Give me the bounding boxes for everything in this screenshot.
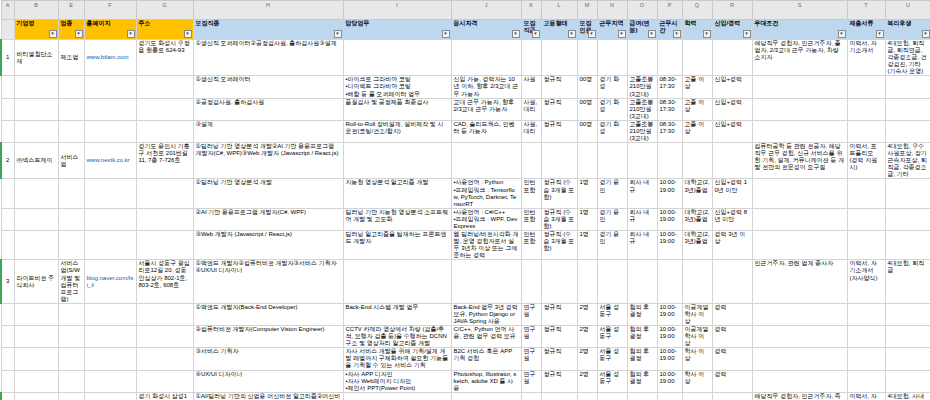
duty-cell[interactable]: 지능형 영상분석 알고리즘 개발	[343, 179, 451, 208]
qualification-cell[interactable]: 웹 딥러닝/비전시각화 개발, 운영 경험자로서 실무 3년차 이상 또는 그에…	[451, 231, 521, 260]
documents-cell[interactable]: 이력서, 포트폴리오 (경력 지원시)	[847, 143, 885, 179]
empty-cell[interactable]	[1, 208, 14, 230]
empty-cell[interactable]	[627, 392, 657, 400]
jobs-summary-cell[interactable]: ①생산직 오퍼레이터②공정검사원, 출하검사원③설계	[193, 40, 343, 76]
empty-cell[interactable]	[343, 260, 451, 303]
empty-cell[interactable]	[885, 231, 930, 260]
rank-cell[interactable]: 연구원	[521, 370, 541, 392]
rank-cell[interactable]: 연구원	[521, 303, 541, 325]
empty-cell[interactable]	[451, 260, 521, 303]
job-title-cell[interactable]: ③설계	[193, 120, 343, 142]
preferred-cell[interactable]: 해당직무 경험자, 인근거주자, 즉시 출근가능자	[752, 392, 847, 400]
column-letter[interactable]: B	[14, 1, 58, 20]
headcount-cell[interactable]: 1명	[577, 179, 597, 208]
empty-cell[interactable]	[627, 40, 657, 76]
headcount-cell[interactable]: 2명	[577, 326, 597, 348]
empty-cell[interactable]	[1, 348, 14, 370]
empty-cell[interactable]	[84, 208, 136, 230]
documents-cell[interactable]: 이력서, 자기소개서	[847, 392, 885, 400]
filter-dropdown-icon[interactable]: ▼	[75, 30, 83, 38]
salary-cell[interactable]: 고졸초봉 210만원 (3교대)	[627, 76, 657, 98]
job-title-cell[interactable]: ②컴퓨터비전 개발자(Computer Vision Engineer)	[193, 326, 343, 348]
empty-cell[interactable]	[885, 76, 930, 98]
rank-cell[interactable]: 인턴 포함	[521, 208, 541, 230]
empty-cell[interactable]	[847, 76, 885, 98]
hours-cell[interactable]: 08:30-17:30	[657, 98, 682, 120]
job-title-cell[interactable]: ①생산직 오퍼레이터	[193, 76, 343, 98]
empty-cell[interactable]	[752, 303, 847, 325]
location-cell[interactable]: 경기 용인	[597, 179, 627, 208]
column-letter[interactable]: A	[1, 1, 14, 20]
employment-type-cell[interactable]: 정규직	[541, 120, 577, 142]
empty-cell[interactable]	[136, 208, 193, 230]
empty-cell[interactable]	[343, 143, 451, 179]
empty-cell[interactable]	[541, 40, 577, 76]
filter-dropdown-icon[interactable]: ▼	[442, 30, 450, 38]
headcount-cell[interactable]: 00명	[577, 98, 597, 120]
column-header-13[interactable]: 근무시간▼	[657, 20, 682, 40]
empty-cell[interactable]	[885, 370, 930, 392]
empty-cell[interactable]	[84, 98, 136, 120]
location-cell[interactable]: 서울 성동구	[597, 370, 627, 392]
jobs-summary-cell[interactable]: ①AI/딥러닝 기반의 산업용 머신비전 알고리즘②머신비전 SW개발 / 머신…	[193, 392, 343, 400]
empty-cell[interactable]	[58, 303, 84, 325]
employment-type-cell[interactable]: 정규직	[541, 326, 577, 348]
company-name-cell[interactable]: ㈜트윔	[14, 392, 58, 400]
column-letter[interactable]: E	[58, 1, 84, 20]
empty-cell[interactable]	[577, 143, 597, 179]
empty-cell[interactable]	[847, 370, 885, 392]
rank-cell[interactable]: 사원, 대리	[521, 98, 541, 120]
location-cell[interactable]: 경기 용인	[597, 231, 627, 260]
jobs-summary-cell[interactable]: ①백엔드 개발자②컴퓨터비전 개발자③서비스 기획자④UX/UI 디자이너	[193, 260, 343, 303]
qualification-cell[interactable]: •사용언어 : C#/C++ •프레임워크 : WPF, DevExpress	[451, 208, 521, 230]
headcount-cell[interactable]: 2명	[577, 370, 597, 392]
empty-cell[interactable]	[451, 40, 521, 76]
empty-cell[interactable]	[627, 143, 657, 179]
filter-dropdown-icon[interactable]: ▼	[127, 30, 135, 38]
qualification-cell[interactable]: B2C 서비스 혹은 APP 기획 경험	[451, 348, 521, 370]
rank-cell[interactable]: 인턴 포함	[521, 231, 541, 260]
empty-cell[interactable]	[14, 76, 58, 98]
salary-cell[interactable]: 회사 내규	[627, 208, 657, 230]
salary-cell[interactable]: 협의 후 결정	[627, 348, 657, 370]
column-letter[interactable]: J	[451, 1, 521, 20]
empty-cell[interactable]	[58, 370, 84, 392]
row-number-cell[interactable]: 2	[1, 143, 14, 179]
empty-cell[interactable]	[1, 303, 14, 325]
empty-cell[interactable]	[682, 40, 712, 76]
column-header-11[interactable]: 근무지역▼	[597, 20, 627, 40]
career-cell[interactable]: 신입+경력 10년 미만	[712, 179, 752, 208]
headcount-cell[interactable]: 2명	[577, 303, 597, 325]
empty-cell[interactable]	[885, 179, 930, 208]
empty-cell[interactable]	[752, 208, 847, 230]
empty-cell[interactable]	[58, 98, 84, 120]
empty-cell[interactable]	[14, 370, 58, 392]
empty-cell[interactable]	[597, 40, 627, 76]
filter-dropdown-icon[interactable]: ▼	[673, 30, 681, 38]
location-cell[interactable]: 서울 성동구	[597, 348, 627, 370]
qualification-cell[interactable]: 신입 가능, 경력자는 10년 이하, 향후 2/3교대 근무 가능자	[451, 76, 521, 98]
empty-cell[interactable]	[752, 179, 847, 208]
empty-cell[interactable]	[541, 392, 577, 400]
empty-cell[interactable]	[14, 303, 58, 325]
row-header-corner[interactable]	[1, 20, 14, 40]
empty-cell[interactable]	[847, 98, 885, 120]
salary-cell[interactable]: 협의 후 결정	[627, 326, 657, 348]
empty-cell[interactable]	[343, 392, 451, 400]
empty-cell[interactable]	[58, 208, 84, 230]
empty-cell[interactable]	[712, 143, 752, 179]
career-cell[interactable]: 경력	[712, 326, 752, 348]
hours-cell[interactable]: 10:00-19:00	[657, 326, 682, 348]
column-header-2[interactable]: 업종▼	[58, 20, 84, 40]
duty-cell[interactable]: Back-End 시스템 개발 업무	[343, 303, 451, 325]
empty-cell[interactable]	[752, 76, 847, 98]
empty-cell[interactable]	[847, 326, 885, 348]
job-title-cell[interactable]: ④UX/UI 디자이너	[193, 370, 343, 392]
empty-cell[interactable]	[521, 143, 541, 179]
jobs-summary-cell[interactable]: ①딥러닝 기반 영상분석 개발②AI 기반 응용프로그램 개발자(C#, WPF…	[193, 143, 343, 179]
duty-cell[interactable]: •자사 APP 디자인 •자사 Web페이지 디자인 •제안서 PPT(Powe…	[343, 370, 451, 392]
education-cell[interactable]: 이공계열 학사 이상	[682, 303, 712, 325]
employment-type-cell[interactable]: 정규직 (수습 3개월 포함)	[541, 231, 577, 260]
empty-cell[interactable]	[597, 392, 627, 400]
address-cell[interactable]: 경기 화성시 삼성1로 4길 7-4	[136, 392, 193, 400]
